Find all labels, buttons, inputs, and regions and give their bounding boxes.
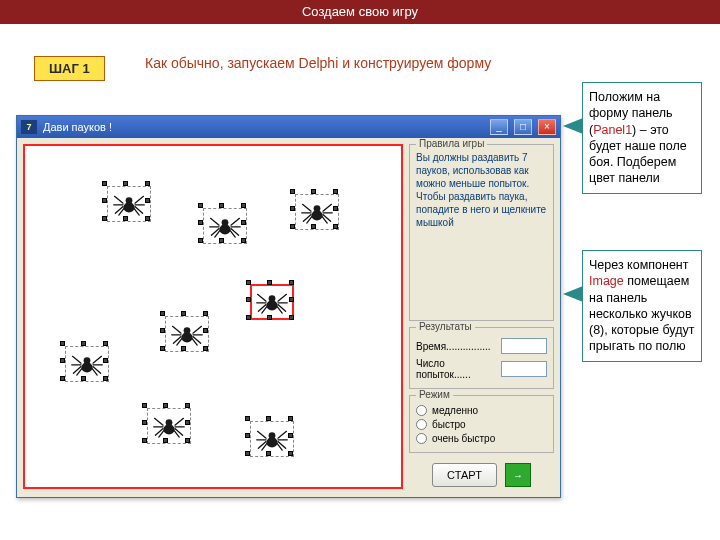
step-badge: ШАГ 1	[34, 56, 105, 81]
go-arrow-button[interactable]: →	[505, 463, 531, 487]
mode-legend: Режим	[416, 389, 453, 400]
mode-slow-label: медленно	[432, 405, 478, 416]
results-legend: Результаты	[416, 321, 475, 332]
minimize-button[interactable]: _	[490, 119, 508, 135]
spider-image[interactable]	[147, 408, 191, 444]
window-titlebar: 7 Дави пауков ! _ □ ×	[17, 116, 560, 138]
tries-input[interactable]	[501, 361, 547, 377]
app-window: 7 Дави пауков ! _ □ × Правила игры Вы до…	[16, 115, 561, 498]
rules-legend: Правила игры	[416, 138, 487, 149]
svg-point-3	[219, 224, 230, 234]
rules-groupbox: Правила игры Вы должны раздавить 7 пауко…	[409, 144, 554, 321]
svg-point-13	[163, 424, 174, 434]
svg-point-1	[123, 202, 134, 212]
tries-label: Число попыток......	[416, 358, 497, 380]
app-icon: 7	[21, 120, 37, 134]
start-button[interactable]: СТАРТ	[432, 463, 497, 487]
mode-groupbox: Режим медленно быстро очень быстро	[409, 395, 554, 453]
svg-point-7	[266, 300, 277, 310]
spider-image[interactable]	[250, 421, 294, 457]
svg-point-15	[266, 437, 277, 447]
callout-panel1: Положим на форму панель (Panel1) – это б…	[582, 82, 702, 194]
spider-image[interactable]	[250, 284, 294, 320]
panel1-playfield[interactable]	[23, 144, 403, 489]
mode-vfast-radio[interactable]	[416, 433, 427, 444]
svg-point-5	[311, 210, 322, 220]
spider-image[interactable]	[107, 186, 151, 222]
instruction-text: Как обычно, запускаем Delphi и конструир…	[145, 55, 491, 71]
slide-title: Создаем свою игру	[0, 0, 720, 24]
svg-point-9	[181, 332, 192, 342]
mode-vfast-label: очень быстро	[432, 433, 495, 444]
maximize-button[interactable]: □	[514, 119, 532, 135]
results-groupbox: Результаты Время................ Число п…	[409, 327, 554, 389]
spider-image[interactable]	[203, 208, 247, 244]
window-title: Дави пауков !	[43, 121, 112, 133]
time-input[interactable]	[501, 338, 547, 354]
spider-image[interactable]	[65, 346, 109, 382]
callout-image: Через компонент Image помещаем на панель…	[582, 250, 702, 362]
spider-image[interactable]	[295, 194, 339, 230]
time-label: Время................	[416, 341, 491, 352]
close-button[interactable]: ×	[538, 119, 556, 135]
mode-fast-label: быстро	[432, 419, 466, 430]
rules-text: Вы должны раздавить 7 пауков, использова…	[416, 151, 547, 229]
svg-point-11	[81, 362, 92, 372]
mode-fast-radio[interactable]	[416, 419, 427, 430]
mode-slow-radio[interactable]	[416, 405, 427, 416]
spider-image[interactable]	[165, 316, 209, 352]
